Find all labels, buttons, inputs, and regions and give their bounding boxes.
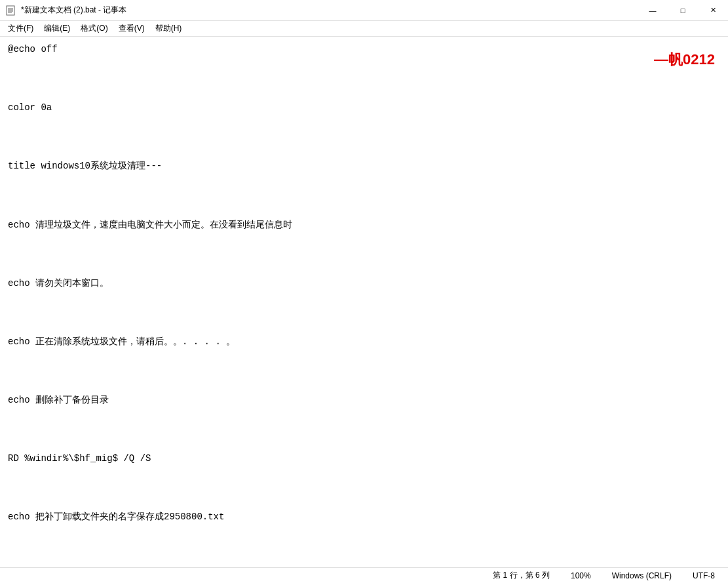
code-line: echo 请勿关闭本窗口。 [8,276,720,291]
code-line: echo 正在清除系统垃圾文件，请稍后。。. . . . 。 [8,334,720,349]
code-line: @echo off [8,42,720,56]
editor-container: @echo off color 0a title windows10系统垃圾清理… [0,37,728,567]
close-button[interactable]: ✕ [698,0,728,21]
cursor-position: 第 1 行，第 6 列 [488,570,555,581]
menu-bar: 文件(F)编辑(E)格式(O)查看(V)帮助(H) [0,21,728,37]
code-line: RD %windir%\$hf_mig$ /Q /S [8,451,720,466]
line-ending: Windows (CRLF) [607,571,677,580]
window-title: *新建文本文档 (2).bat - 记事本 [21,5,126,16]
code-line [8,364,720,378]
menu-item-v[interactable]: 查看(V) [113,22,150,35]
code-line: echo 删除补丁备份目录 [8,393,720,407]
app-icon [5,5,16,16]
code-line [8,130,720,144]
menu-item-o[interactable]: 格式(O) [75,22,113,35]
code-line [8,422,720,437]
zoom-level: 100% [565,571,596,580]
maximize-button[interactable]: □ [668,0,698,21]
window-controls: — □ ✕ [638,0,728,21]
code-line [8,71,720,86]
encoding: UTF-8 [687,571,720,580]
code-line: echo 把补丁卸载文件夹的名字保存成2950800.txt [8,510,720,524]
code-line: title windows10系统垃圾清理--- [8,159,720,173]
code-line [8,481,720,495]
code-line [8,305,720,319]
menu-item-f[interactable]: 文件(F) [3,22,39,35]
code-line: echo 清理垃圾文件，速度由电脑文件大小而定。在没看到结尾信息时 [8,218,720,232]
svg-rect-0 [7,6,14,15]
title-bar-left: *新建文本文档 (2).bat - 记事本 [5,5,126,16]
code-line [8,188,720,203]
code-line [8,247,720,261]
editor-content[interactable]: @echo off color 0a title windows10系统垃圾清理… [0,37,728,567]
title-bar: *新建文本文档 (2).bat - 记事本 — □ ✕ [0,0,728,21]
minimize-button[interactable]: — [638,0,668,21]
menu-item-h[interactable]: 帮助(H) [150,22,187,35]
code-line: color 0a [8,100,720,115]
code-line [8,539,720,553]
menu-item-e[interactable]: 编辑(E) [39,22,75,35]
status-bar: 第 1 行，第 6 列 100% Windows (CRLF) UTF-8 [0,567,728,583]
